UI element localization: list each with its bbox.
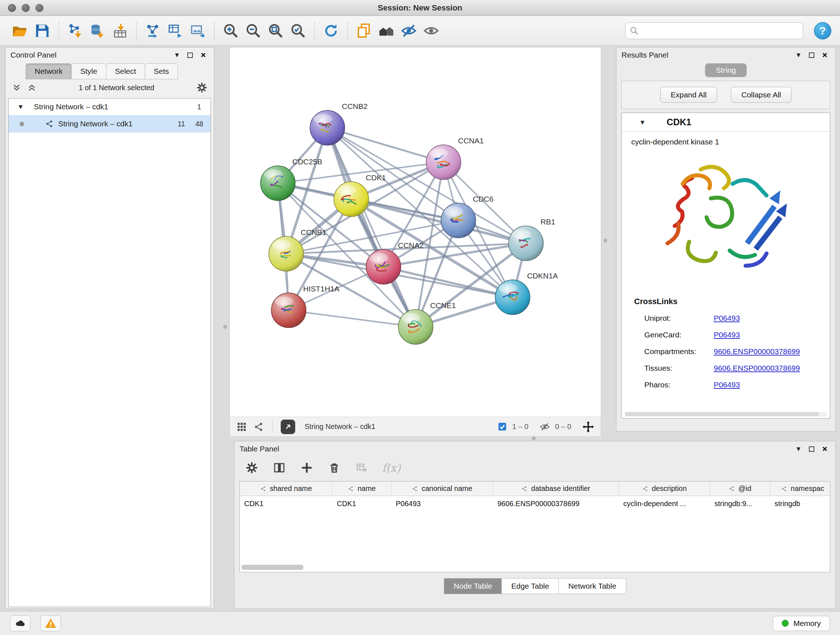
table-horizontal-scrollbar[interactable] <box>241 565 829 570</box>
cell[interactable]: P06493 <box>392 496 493 511</box>
save-session-button[interactable] <box>31 19 54 42</box>
close-panel-icon[interactable] <box>821 52 828 58</box>
network-canvas[interactable]: CCNB2CCNA1CDC25BCDK1CDC6RB1CCNB1CCNA2CDK… <box>230 48 601 415</box>
node-CDK1[interactable] <box>334 182 369 217</box>
close-window-button[interactable] <box>8 4 16 12</box>
copy-document-button[interactable] <box>353 19 375 42</box>
collapse-gene-icon[interactable]: ▼ <box>639 119 646 126</box>
pan-crosshair-icon[interactable] <box>582 421 594 433</box>
tree-expander-icon[interactable]: ▼ <box>17 103 24 110</box>
expand-all-button[interactable]: Expand All <box>660 87 717 103</box>
memory-button[interactable]: Memory <box>773 616 830 631</box>
network-options-gear-icon[interactable] <box>196 82 207 93</box>
panel-menu-icon[interactable]: ▼ <box>795 52 802 58</box>
zoom-window-button[interactable] <box>35 4 43 12</box>
float-panel-icon[interactable] <box>187 52 193 58</box>
import-table-from-file-button[interactable] <box>109 19 131 42</box>
edge-CCNA2-CDKN1A[interactable] <box>384 267 513 297</box>
table-options-gear-button[interactable] <box>245 461 259 475</box>
cell[interactable]: CDK1 <box>240 496 332 511</box>
column-header-description[interactable]: description <box>619 481 710 496</box>
column-header-database-identifier[interactable]: database identifier <box>493 481 619 496</box>
zoom-selected-button[interactable] <box>287 19 309 42</box>
crosslink-value-link[interactable]: P06493 <box>714 380 740 389</box>
node-CDC25B[interactable] <box>261 166 295 201</box>
create-column-button[interactable] <box>300 461 314 475</box>
cell[interactable]: cyclin-dependent ... <box>619 496 710 511</box>
tab-network-table[interactable]: Network Table <box>559 578 626 594</box>
cell[interactable]: stringdb <box>770 496 830 511</box>
panel-menu-icon[interactable]: ▼ <box>795 446 802 452</box>
splitter-handle[interactable] <box>532 436 536 440</box>
tab-network[interactable]: Network <box>26 63 72 79</box>
zoom-out-button[interactable] <box>242 19 264 42</box>
import-network-from-file-button[interactable] <box>64 19 87 42</box>
network-collection-row[interactable]: ▼ String Network – cdk1 1 <box>9 98 210 115</box>
search-input[interactable] <box>625 22 803 39</box>
tab-string[interactable]: String <box>705 63 747 77</box>
column-header-canonical-name[interactable]: canonical name <box>392 481 493 496</box>
float-panel-icon[interactable] <box>809 447 814 452</box>
edge-CCNB2-CCNE1[interactable] <box>327 128 416 327</box>
detach-view-button[interactable] <box>281 420 295 434</box>
zoom-in-button[interactable] <box>219 19 242 42</box>
network-row-selected[interactable]: String Network – cdk1 11 48 <box>9 115 210 133</box>
close-panel-icon[interactable] <box>200 52 207 58</box>
hide-selected-button[interactable] <box>398 19 420 42</box>
minimize-window-button[interactable] <box>22 4 30 12</box>
show-all-button[interactable] <box>420 19 442 42</box>
crosslink-value-link[interactable]: P06493 <box>714 331 740 339</box>
node-CCNA1[interactable] <box>426 145 461 180</box>
tab-sets[interactable]: Sets <box>145 63 178 79</box>
collapse-all-icon[interactable] <box>12 83 21 92</box>
edge-CCNE1-HIST1H1A[interactable] <box>289 310 416 327</box>
open-session-button[interactable] <box>9 19 31 42</box>
tab-node-table[interactable]: Node Table <box>444 578 502 594</box>
node-HIST1H1A[interactable] <box>271 293 306 328</box>
gene-card-header[interactable]: ▼ CDK1 <box>622 113 830 132</box>
column-header-namespac[interactable]: namespac <box>770 481 830 496</box>
node-CDC6[interactable] <box>441 203 476 238</box>
hidden-eye-slash-icon[interactable] <box>539 421 550 432</box>
delete-columns-button[interactable] <box>327 461 341 475</box>
node-CCNB1[interactable] <box>269 236 303 271</box>
cell[interactable]: CDK1 <box>332 496 392 511</box>
node-CCNE1[interactable] <box>398 310 433 344</box>
export-image-button[interactable] <box>187 19 209 42</box>
first-neighbors-button[interactable] <box>375 19 398 42</box>
tab-select[interactable]: Select <box>106 63 145 79</box>
selected-checkbox-icon[interactable] <box>497 422 507 432</box>
cell[interactable]: 9606.ENSP00000378699 <box>493 496 619 511</box>
results-horizontal-scrollbar[interactable] <box>625 412 827 416</box>
new-network-button[interactable] <box>142 19 164 42</box>
splitter-handle[interactable] <box>223 325 227 329</box>
column-header--id[interactable]: @id <box>710 481 770 496</box>
node-CDKN1A[interactable] <box>495 280 530 315</box>
close-panel-icon[interactable] <box>821 446 828 452</box>
panel-menu-icon[interactable]: ▼ <box>174 52 180 58</box>
network-share-icon[interactable] <box>254 421 264 432</box>
birds-eye-view-icon[interactable] <box>236 421 247 432</box>
show-columns-button[interactable] <box>272 461 286 475</box>
crosslink-value-link[interactable]: 9606.ENSP00000378699 <box>714 364 800 372</box>
node-CCNB2[interactable] <box>310 111 345 145</box>
column-header-name[interactable]: name <box>332 481 392 496</box>
help-button[interactable]: ? <box>814 22 831 40</box>
cell[interactable]: stringdb:9... <box>710 496 770 511</box>
crosslink-value-link[interactable]: 9606.ENSP00000378699 <box>714 347 800 356</box>
splitter-handle[interactable] <box>603 239 607 242</box>
expand-all-icon[interactable] <box>27 83 36 92</box>
zoom-fit-button[interactable] <box>264 19 287 42</box>
node-CCNA2[interactable] <box>366 249 401 284</box>
tab-edge-table[interactable]: Edge Table <box>501 578 559 594</box>
edge-CCNB2-CCNA1[interactable] <box>327 128 444 162</box>
tab-style[interactable]: Style <box>71 63 106 79</box>
warnings-button[interactable] <box>41 616 61 631</box>
import-network-from-database-button[interactable] <box>87 19 109 42</box>
cloud-status-button[interactable] <box>10 616 30 631</box>
column-header-shared-name[interactable]: shared name <box>240 481 332 496</box>
table-row[interactable]: CDK1CDK1P064939606.ENSP00000378699cyclin… <box>240 496 830 511</box>
new-table-button[interactable] <box>164 19 187 42</box>
refresh-view-button[interactable] <box>320 19 342 42</box>
float-panel-icon[interactable] <box>809 52 814 58</box>
